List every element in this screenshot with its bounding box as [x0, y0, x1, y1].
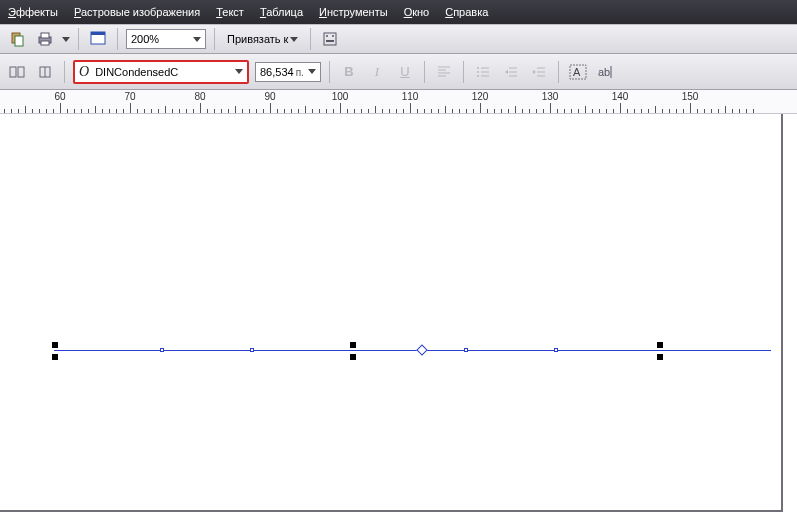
break-apart-button[interactable] — [6, 61, 28, 83]
ruler-label: 150 — [679, 91, 702, 102]
svg-rect-6 — [91, 32, 105, 35]
toolbar-separator — [214, 28, 215, 50]
svg-rect-4 — [41, 41, 49, 45]
toolbar-separator — [329, 61, 330, 83]
font-size-value: 86,534 — [260, 66, 294, 78]
selection-handle[interactable] — [350, 354, 356, 360]
align-button[interactable] — [433, 61, 455, 83]
toolbar-separator — [78, 28, 79, 50]
options-button[interactable] — [319, 28, 341, 50]
svg-rect-10 — [326, 40, 334, 42]
svg-rect-7 — [324, 33, 336, 45]
line-node[interactable] — [250, 348, 254, 352]
ruler-label: 100 — [329, 91, 352, 102]
toolbar-separator — [64, 61, 65, 83]
chevron-down-icon — [235, 69, 243, 74]
svg-point-21 — [477, 71, 479, 73]
menu-help[interactable]: Справка — [445, 6, 488, 18]
chevron-down-icon — [308, 69, 316, 74]
ruler-label: 70 — [121, 91, 138, 102]
snap-to-dropdown[interactable]: Привязать к — [223, 33, 302, 45]
svg-point-19 — [477, 67, 479, 69]
print-button[interactable] — [34, 28, 56, 50]
selection-handle[interactable] — [52, 342, 58, 348]
ruler-label: 110 — [399, 91, 422, 102]
canvas-border — [781, 114, 783, 512]
ruler-label: 90 — [261, 91, 278, 102]
svg-marker-32 — [533, 70, 536, 74]
selection-handle[interactable] — [52, 354, 58, 360]
ruler-label: 130 — [539, 91, 562, 102]
menu-text[interactable]: Текст — [216, 6, 244, 18]
paste-button[interactable] — [6, 28, 28, 50]
svg-point-9 — [332, 35, 334, 37]
line-node[interactable] — [554, 348, 558, 352]
text-toolbar: O DINCondensedC 86,534п. B I U A ab — [0, 54, 797, 90]
svg-point-23 — [477, 75, 479, 77]
underline-button[interactable]: U — [394, 61, 416, 83]
menu-raster[interactable]: Растровые изображения — [74, 6, 200, 18]
chevron-down-icon — [193, 37, 201, 42]
font-name-value: DINCondensedC — [95, 66, 178, 78]
toolbar-separator — [558, 61, 559, 83]
selection-handle[interactable] — [657, 354, 663, 360]
edit-text-button[interactable]: ab — [595, 61, 617, 83]
center-marker[interactable] — [416, 344, 427, 355]
font-family-input[interactable]: O DINCondensedC — [73, 60, 249, 84]
svg-rect-12 — [18, 67, 24, 77]
toolbar-separator — [117, 28, 118, 50]
font-size-unit: п. — [296, 67, 304, 78]
toolbar-separator — [310, 28, 311, 50]
char-format-button[interactable]: A — [567, 61, 589, 83]
line-node[interactable] — [160, 348, 164, 352]
bullet-list-button[interactable] — [472, 61, 494, 83]
fullscreen-button[interactable] — [87, 28, 109, 50]
outdent-button[interactable] — [500, 61, 522, 83]
svg-rect-3 — [41, 33, 49, 38]
toolbar-separator — [463, 61, 464, 83]
ruler-label: 120 — [469, 91, 492, 102]
print-dropdown-icon[interactable] — [62, 37, 70, 42]
snap-label: Привязать к — [227, 33, 288, 45]
font-sample-icon: O — [79, 64, 89, 80]
menu-tools[interactable]: Инструменты — [319, 6, 388, 18]
menu-window[interactable]: Окно — [404, 6, 430, 18]
chevron-down-icon — [290, 37, 298, 42]
zoom-value: 200% — [131, 33, 159, 45]
svg-text:A: A — [573, 66, 581, 78]
font-size-input[interactable]: 86,534п. — [255, 62, 321, 82]
selection-handle[interactable] — [350, 342, 356, 348]
svg-rect-11 — [10, 67, 16, 77]
ruler-label: 60 — [51, 91, 68, 102]
menu-effects[interactable]: Эффекты — [8, 6, 58, 18]
line-node[interactable] — [464, 348, 468, 352]
ruler-label: 80 — [191, 91, 208, 102]
main-toolbar: 200% Привязать к — [0, 24, 797, 54]
svg-text:ab: ab — [598, 66, 610, 78]
indent-button[interactable] — [528, 61, 550, 83]
combine-button[interactable] — [34, 61, 56, 83]
italic-button[interactable]: I — [366, 61, 388, 83]
selection-handle[interactable] — [657, 342, 663, 348]
bold-button[interactable]: B — [338, 61, 360, 83]
horizontal-ruler[interactable]: 60708090100110120130140150 — [0, 90, 797, 114]
menu-table[interactable]: Таблица — [260, 6, 303, 18]
svg-marker-28 — [505, 70, 508, 74]
ruler-label: 140 — [609, 91, 632, 102]
menu-bar: Эффекты Растровые изображения Текст Табл… — [0, 0, 797, 24]
canvas-area[interactable] — [0, 114, 797, 512]
zoom-input[interactable]: 200% — [126, 29, 206, 49]
svg-point-8 — [326, 35, 328, 37]
toolbar-separator — [424, 61, 425, 83]
svg-rect-1 — [15, 36, 23, 46]
